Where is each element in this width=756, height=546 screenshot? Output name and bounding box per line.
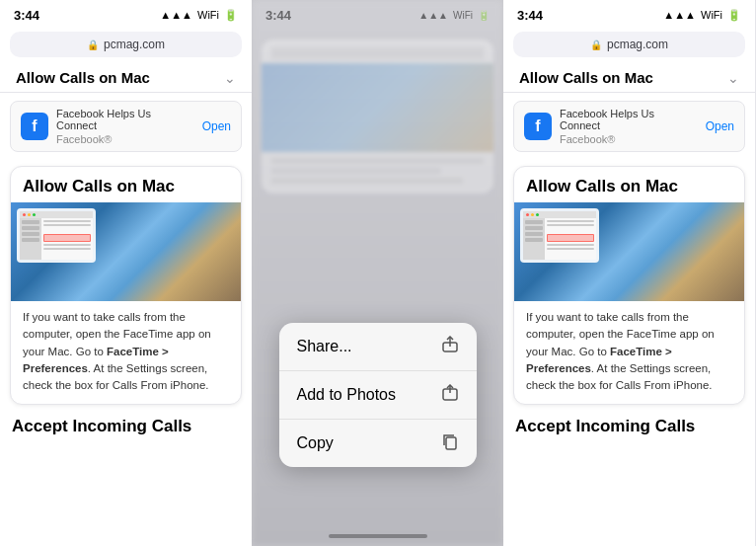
left-panel: 3:44 ▲▲▲ WiFi 🔋 🔒 pcmag.com Allow Calls … [0,0,252,546]
mac-window-left [17,208,96,263]
middle-panel: 3:44 ▲▲▲ WiFi 🔋 Share... [252,0,503,546]
copy-icon [441,432,459,454]
battery-icon-left: 🔋 [224,9,238,22]
share-icon [441,336,459,357]
url-bar-right[interactable]: 🔒 pcmag.com [513,32,745,57]
share-menu-item[interactable]: Share... [279,323,477,371]
ad-title-left: Facebook Helps Us Connect [56,108,194,131]
context-menu: Share... Add to Photos [279,323,477,467]
article-image-left [11,202,241,301]
ad-open-button-right[interactable]: Open [706,119,734,133]
bottom-title-left: Accept Incoming Calls [12,417,191,435]
ad-banner-right: f Facebook Helps Us Connect Facebook® Op… [513,101,745,152]
status-icons-left: ▲▲▲ WiFi 🔋 [160,9,238,22]
copy-label: Copy [297,434,334,452]
ad-banner-left: f Facebook Helps Us Connect Facebook® Op… [10,101,242,152]
article-body-left: If you want to take calls from the compu… [11,301,241,404]
section-title-right: Allow Calls on Mac [519,69,653,86]
lock-icon-left: 🔒 [87,39,99,50]
status-bar-middle: 3:44 ▲▲▲ WiFi 🔋 [252,0,503,28]
signal-icon-right: ▲▲▲ [663,9,696,21]
time-right: 3:44 [517,8,543,23]
svg-rect-2 [446,437,456,449]
status-icons-middle: ▲▲▲ WiFi 🔋 [418,10,490,21]
bottom-title-right: Accept Incoming Calls [515,417,695,435]
ad-brand-right: Facebook® [560,133,698,145]
home-indicator-middle [329,534,427,538]
ad-open-button-left[interactable]: Open [202,119,231,133]
lock-icon-right: 🔒 [590,39,602,50]
url-text-right: pcmag.com [607,38,668,51]
battery-icon-right: 🔋 [727,9,741,22]
wifi-icon-middle: WiFi [453,10,473,21]
mac-window-right [520,208,599,263]
add-photos-label: Add to Photos [297,386,397,404]
section-header-right: Allow Calls on Mac ⌄ [503,61,755,93]
facebook-logo-right: f [524,113,552,140]
share-label: Share... [297,338,352,355]
url-text-left: pcmag.com [104,38,165,51]
facebook-logo-left: f [21,113,48,140]
ad-title-right: Facebook Helps Us Connect [560,108,698,131]
status-bar-left: 3:44 ▲▲▲ WiFi 🔋 [0,0,252,28]
status-icons-right: ▲▲▲ WiFi 🔋 [663,9,741,22]
url-bar-left[interactable]: 🔒 pcmag.com [10,32,242,57]
wifi-icon-left: WiFi [197,9,219,21]
add-photos-menu-item[interactable]: Add to Photos [279,371,477,420]
chevron-down-icon-left[interactable]: ⌄ [224,70,236,86]
right-panel: 3:44 ▲▲▲ WiFi 🔋 🔒 pcmag.com Allow Calls … [503,0,755,546]
signal-icon-left: ▲▲▲ [160,9,192,21]
context-menu-container: Share... Add to Photos [279,323,477,467]
article-title-left: Allow Calls on Mac [11,167,241,202]
signal-icon-middle: ▲▲▲ [418,10,448,21]
copy-menu-item[interactable]: Copy [279,420,477,467]
ad-content-left: Facebook Helps Us Connect Facebook® [56,108,194,145]
wifi-icon-right: WiFi [701,9,722,21]
section-title-left: Allow Calls on Mac [16,69,150,86]
ad-content-right: Facebook Helps Us Connect Facebook® [560,108,698,145]
section-header-left: Allow Calls on Mac ⌄ [0,61,252,93]
article-bottom-left: Accept Incoming Calls [0,411,252,446]
article-body-right: If you want to take calls from the compu… [514,301,744,404]
add-photos-icon [441,384,459,406]
article-card-left: Allow Calls on Mac [10,166,242,405]
ad-brand-left: Facebook® [56,133,194,145]
status-bar-right: 3:44 ▲▲▲ WiFi 🔋 [503,0,755,28]
article-image-right [514,202,744,301]
battery-icon-middle: 🔋 [478,10,490,21]
article-bottom-right: Accept Incoming Calls [503,411,755,446]
article-title-right: Allow Calls on Mac [514,167,744,202]
time-left: 3:44 [14,8,39,23]
middle-article-bg [262,39,493,546]
time-middle: 3:44 [265,8,291,23]
article-card-right: Allow Calls on Mac [513,166,745,405]
chevron-down-icon-right[interactable]: ⌄ [727,70,739,86]
